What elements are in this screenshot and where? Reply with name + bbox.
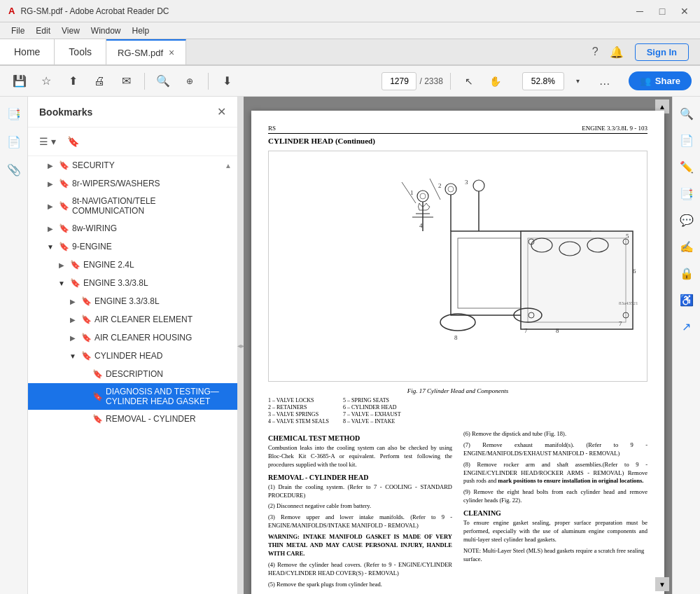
bookmark-icon: 🔖	[59, 201, 69, 211]
expand-icon[interactable]: ▶	[45, 200, 56, 212]
bookmark-icon: 🔖	[59, 242, 69, 251]
cursor-tool-button[interactable]: ↖	[458, 70, 480, 92]
toolbar-separator-1	[144, 73, 145, 90]
close-button[interactable]: ✕	[678, 4, 692, 18]
help-button[interactable]: ?	[592, 46, 598, 58]
right-send-button[interactable]: ↗	[676, 315, 698, 338]
menu-help[interactable]: Help	[127, 25, 155, 37]
menu-view[interactable]: View	[56, 25, 85, 37]
bookmark-item-security[interactable]: ▶ 🔖 SECURITY ▲	[28, 156, 237, 174]
minimize-button[interactable]: ─	[633, 4, 647, 18]
new-bookmark-button[interactable]: 🔖	[64, 133, 82, 150]
pdf-viewing-area[interactable]: ▲ RS ENGINE 3.3/3.8L 9 - 103 CYLINDER HE…	[244, 97, 672, 594]
notification-button[interactable]: 🔔	[610, 46, 624, 59]
expand-icon[interactable]: ▶	[67, 314, 78, 325]
svg-point-8	[448, 186, 454, 192]
right-edit-button[interactable]: ✏️	[676, 156, 698, 178]
upload-button[interactable]: ⬆	[62, 70, 84, 92]
expand-icon[interactable]: ▶	[67, 296, 78, 307]
bookmark-button[interactable]: ☆	[35, 70, 57, 92]
chemical-test-heading: CHEMICAL TEST METHOD	[268, 434, 452, 442]
maximize-button[interactable]: □	[655, 4, 669, 18]
expand-icon[interactable]: ▶	[45, 178, 56, 189]
svg-text:2: 2	[438, 182, 442, 189]
removal-step-7: (7) Remove exhaust manifold(s). (Refer t…	[463, 441, 648, 458]
bookmark-item-description[interactable]: ▶ 🔖 DESCRIPTION	[28, 365, 237, 383]
bookmark-view-options-button[interactable]: ☰ ▾	[36, 133, 59, 150]
tab-close-button[interactable]: ×	[169, 47, 174, 58]
bookmark-icon: 🔖	[59, 179, 69, 188]
bookmarks-toolbar: ☰ ▾ 🔖	[28, 127, 237, 156]
title-bar-controls: ─ □ ✕	[633, 4, 692, 18]
legend-col-2: 5 – SPRING SEATS 6 – CYLINDER HEAD 7 – V…	[343, 397, 401, 424]
cleaning-heading: CLEANING	[463, 509, 648, 517]
right-protect-button[interactable]: 🔒	[676, 262, 698, 284]
bookmarks-list: ▶ 🔖 SECURITY ▲ ▶ 🔖 8r-WIPERS/WASHERS ▶ 🔖…	[28, 156, 237, 594]
right-sidebar: 🔍 📄 ✏️ 📑 💬 ✍️ 🔒 ♿ ↗	[672, 97, 700, 594]
zoom-in-button[interactable]: ⊕	[178, 70, 201, 92]
bookmark-item-wipers[interactable]: ▶ 🔖 8r-WIPERS/WASHERS	[28, 174, 237, 193]
sign-in-button[interactable]: Sign In	[635, 43, 689, 61]
hand-tool-button[interactable]: ✋	[484, 70, 507, 92]
zoom-section: ▾	[522, 70, 589, 92]
right-organize-button[interactable]: 📑	[676, 182, 698, 205]
expand-icon[interactable]: ▶	[56, 259, 67, 270]
tab-home[interactable]: Home	[0, 39, 55, 64]
menu-file[interactable]: File	[6, 25, 30, 37]
bookmark-icon: 🔖	[70, 260, 80, 270]
bookmark-item-engine[interactable]: ▼ 🔖 9-ENGINE	[28, 237, 237, 256]
bookmark-item-engine-33-sub[interactable]: ▶ 🔖 ENGINE 3.3/3.8L	[28, 292, 237, 310]
bookmark-item-diagnosis[interactable]: ▶ 🔖 DIAGNOSIS AND TESTING—CYLINDER HEAD …	[28, 383, 237, 410]
bookmarks-close-button[interactable]: ✕	[217, 105, 226, 118]
page-number-input[interactable]	[382, 72, 416, 90]
right-comment-button[interactable]: 💬	[676, 209, 698, 231]
bookmark-item-air-cleaner-housing[interactable]: ▶ 🔖 AIR CLEANER HOUSING	[28, 329, 237, 347]
right-fill-sign-button[interactable]: ✍️	[676, 235, 698, 258]
bookmark-item-cylinder-head[interactable]: ▼ 🔖 CYLINDER HEAD	[28, 347, 237, 365]
email-button[interactable]: ✉	[115, 70, 137, 92]
removal-step-1: (1) Drain the cooling system. (Refer to …	[268, 483, 452, 500]
save-button[interactable]: 💾	[8, 70, 31, 92]
print-button[interactable]: 🖨	[88, 70, 111, 92]
pdf-page-header: RS ENGINE 3.3/3.8L 9 - 103	[268, 125, 648, 134]
removal-step-6: (6) Remove the dipstick and tube (Fig. 1…	[463, 430, 648, 438]
tab-tools[interactable]: Tools	[55, 39, 106, 64]
more-options-button[interactable]: …	[594, 70, 616, 92]
menu-window[interactable]: Window	[85, 25, 127, 37]
pdf-left-column: CHEMICAL TEST METHOD Combustion leaks in…	[268, 430, 452, 591]
expand-icon[interactable]: ▶	[67, 332, 78, 343]
pages-panel-button[interactable]: 📄	[3, 130, 25, 153]
menu-edit[interactable]: Edit	[30, 25, 56, 37]
bookmark-item-removal[interactable]: ▶ 🔖 REMOVAL - CYLINDER	[28, 410, 237, 428]
attachments-panel-button[interactable]: 📎	[3, 158, 25, 181]
zoom-input[interactable]	[522, 72, 564, 90]
right-accessibility-button[interactable]: ♿	[676, 289, 698, 311]
expand-icon[interactable]: ▼	[56, 277, 67, 289]
scroll-down-button[interactable]: ▼	[655, 577, 669, 591]
pdf-text-columns: CHEMICAL TEST METHOD Combustion leaks in…	[268, 430, 648, 591]
zoom-dropdown-button[interactable]: ▾	[567, 70, 589, 92]
svg-point-2	[417, 191, 428, 202]
expand-icon[interactable]: ▼	[67, 350, 78, 361]
share-button[interactable]: 👥 Share	[629, 71, 692, 90]
zoom-out-button[interactable]: 🔍	[152, 70, 174, 92]
bookmarks-panel-button[interactable]: 📑	[3, 102, 25, 125]
download-button[interactable]: ⬇	[216, 70, 238, 92]
bookmark-item-wiring[interactable]: ▶ 🔖 8w-WIRING	[28, 219, 237, 237]
bookmark-item-engine-24[interactable]: ▶ 🔖 ENGINE 2.4L	[28, 256, 237, 274]
bookmark-label: DIAGNOSIS AND TESTING—CYLINDER HEAD GASK…	[106, 387, 232, 406]
bookmark-item-engine-33[interactable]: ▼ 🔖 ENGINE 3.3/3.8L	[28, 274, 237, 292]
bookmark-item-air-cleaner-element[interactable]: ▶ 🔖 AIR CLEANER ELEMENT	[28, 310, 237, 329]
removal-step-2: (2) Disconnect negative cable from batte…	[268, 502, 452, 511]
panel-resize-handle[interactable]: ◂▸	[238, 97, 244, 594]
expand-icon[interactable]: ▼	[45, 241, 56, 252]
bookmark-item-navigation[interactable]: ▶ 🔖 8t-NAVIGATION/TELECOMMUNICATION	[28, 193, 237, 219]
tab-doc[interactable]: RG-SM.pdf ×	[106, 39, 186, 64]
right-export-button[interactable]: 📄	[676, 129, 698, 151]
expand-icon[interactable]: ▶	[45, 160, 56, 171]
expand-icon[interactable]: ▶	[45, 223, 56, 234]
pdf-section-heading: CYLINDER HEAD (Continued)	[268, 137, 648, 145]
removal-heading: REMOVAL - CYLINDER HEAD	[268, 474, 452, 481]
pdf-right-column: (6) Remove the dipstick and tube (Fig. 1…	[463, 430, 648, 591]
right-zoom-button[interactable]: 🔍	[676, 102, 698, 125]
